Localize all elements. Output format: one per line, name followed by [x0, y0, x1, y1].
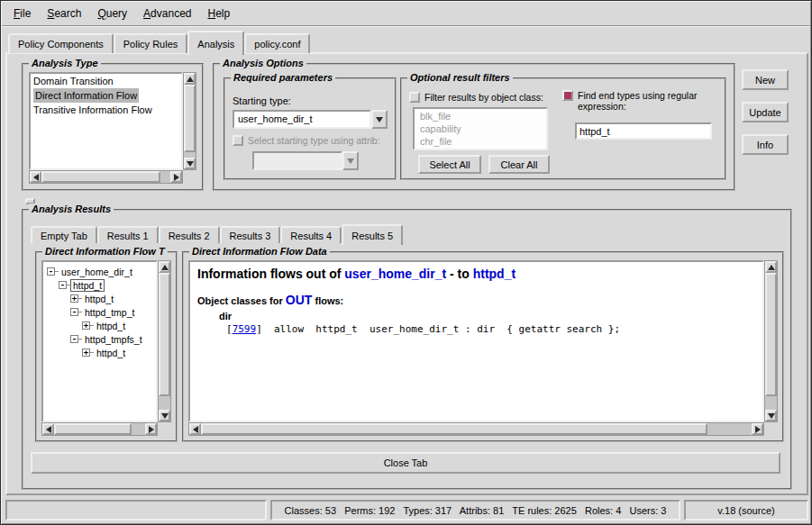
regex-checkbox[interactable] — [562, 90, 573, 101]
select-all-button[interactable]: Select All — [418, 155, 481, 174]
results-tab-bar: Empty Tab Results 1 Results 2 Results 3 … — [31, 222, 403, 243]
subhead-prefix: Object classes for — [197, 295, 283, 306]
class-filter-checkbox[interactable] — [409, 92, 420, 103]
analysis-type-list-view[interactable]: Domain Transition Direct Information Flo… — [29, 72, 183, 170]
flow-data-area[interactable]: Information flows out of user_home_dir_t… — [188, 260, 764, 422]
results-tab-2[interactable]: Results 2 — [159, 226, 220, 243]
combobox-dropdown-button[interactable] — [342, 151, 359, 170]
tree-node-label[interactable]: user_home_dir_t — [59, 267, 134, 277]
regex-input[interactable] — [575, 122, 712, 140]
horizontal-scrollbar[interactable] — [41, 422, 158, 436]
expand-icon[interactable]: + — [82, 348, 90, 357]
results-tab-3[interactable]: Results 3 — [220, 226, 281, 243]
collapse-icon[interactable]: - — [70, 335, 78, 343]
results-tab-empty[interactable]: Empty Tab — [31, 226, 97, 243]
vertical-scrollbar[interactable] — [183, 72, 196, 170]
info-button[interactable]: Info — [742, 134, 789, 155]
vertical-scrollbar[interactable] — [764, 260, 778, 422]
tree-node-label[interactable]: httpd_t — [71, 280, 104, 291]
flow-tree[interactable]: -user_home_dir_t -httpd_t +httpd_t -http… — [41, 260, 158, 422]
menu-item-search[interactable]: Search — [39, 4, 89, 23]
attrib-checkbox[interactable] — [233, 135, 243, 146]
scroll-up-button[interactable] — [159, 261, 170, 273]
menu-item-help[interactable]: Help — [199, 4, 238, 23]
attrib-combobox[interactable] — [252, 151, 359, 170]
scrollbar-thumb[interactable] — [159, 273, 170, 396]
chevron-down-icon — [376, 117, 383, 122]
expand-icon[interactable]: + — [82, 321, 90, 330]
tree-connector — [90, 325, 94, 326]
menu-item-file[interactable]: File — [5, 4, 39, 23]
tree-node-label[interactable]: httpd_tmpfs_t — [83, 334, 144, 345]
scroll-down-button[interactable] — [184, 158, 196, 169]
headline-mid: - to — [450, 267, 470, 281]
rule-link[interactable]: 7599 — [233, 323, 257, 335]
collapse-icon[interactable]: - — [70, 308, 78, 316]
scroll-right-button[interactable] — [145, 423, 157, 435]
flow-data-group-label: Direct Information Flow Data — [189, 246, 330, 257]
regex-checkbox-label: Find end types using regular expression: — [578, 90, 723, 112]
scrollbar-trough[interactable] — [184, 85, 196, 158]
results-tab-4[interactable]: Results 4 — [280, 226, 342, 243]
menu-item-query[interactable]: Query — [89, 4, 135, 23]
tree-node-label[interactable]: httpd_t — [95, 348, 127, 358]
update-button[interactable]: Update — [742, 102, 789, 122]
scroll-left-button[interactable] — [42, 423, 54, 435]
tree-connector — [78, 339, 82, 339]
list-item[interactable]: Transitive Information Flow — [31, 103, 181, 117]
scroll-right-button[interactable] — [752, 423, 763, 435]
tab-analysis[interactable]: Analysis — [187, 31, 244, 55]
list-item[interactable]: Domain Transition — [31, 74, 181, 88]
tab-policy-components[interactable]: Policy Components — [8, 33, 114, 53]
clear-all-button[interactable]: Clear All — [488, 155, 550, 174]
scroll-up-button[interactable] — [765, 261, 777, 273]
horizontal-scrollbar[interactable] — [29, 170, 183, 184]
scrollbar-thumb[interactable] — [765, 273, 777, 396]
tree-node[interactable]: -httpd_t — [45, 278, 154, 292]
vertical-scrollbar[interactable] — [158, 260, 171, 422]
scrollbar-thumb[interactable] — [54, 423, 132, 435]
list-item-selected[interactable]: Direct Information Flow — [31, 88, 181, 103]
tree-node[interactable]: +httpd_t — [45, 292, 154, 305]
close-tab-button[interactable]: Close Tab — [31, 452, 780, 474]
scrollbar-thumb[interactable] — [201, 423, 707, 435]
scrollbar-trough[interactable] — [41, 171, 170, 183]
new-button[interactable]: New — [742, 69, 789, 90]
scroll-left-button[interactable] — [30, 171, 41, 183]
tree-node[interactable]: +httpd_t — [45, 319, 154, 332]
tree-node-label[interactable]: httpd_tmp_t — [83, 307, 136, 318]
scroll-right-button[interactable] — [170, 171, 182, 183]
scrollbar-thumb[interactable] — [41, 171, 160, 183]
tree-node[interactable]: -user_home_dir_t — [45, 265, 154, 278]
scroll-down-button[interactable] — [159, 410, 170, 421]
scrollbar-trough[interactable] — [765, 273, 777, 410]
selected-item-text: Direct Information Flow — [33, 88, 139, 103]
collapse-icon[interactable]: - — [47, 267, 55, 276]
scroll-left-button[interactable] — [189, 423, 201, 435]
horizontal-scrollbar[interactable] — [188, 422, 764, 436]
results-tab-5[interactable]: Results 5 — [342, 224, 403, 245]
tree-node-label[interactable]: httpd_t — [95, 321, 127, 331]
status-bar: Classes: 53 Perms: 192 Types: 317 Attrib… — [5, 500, 808, 520]
tree-node[interactable]: -httpd_tmp_t — [45, 305, 154, 319]
tree-node-label[interactable]: httpd_t — [83, 294, 115, 304]
scroll-down-button[interactable] — [765, 410, 777, 421]
starting-type-combobox[interactable]: user_home_dir_t — [233, 110, 388, 129]
tree-connector — [67, 285, 70, 285]
results-tab-1[interactable]: Results 1 — [97, 226, 159, 243]
class-filter-listbox[interactable]: blk_file capability chr_file — [413, 107, 548, 150]
expand-icon[interactable]: + — [70, 294, 78, 303]
collapse-icon[interactable]: - — [59, 281, 67, 289]
scrollbar-trough[interactable] — [201, 423, 752, 435]
scroll-up-button[interactable] — [184, 73, 196, 85]
menu-item-advanced[interactable]: Advanced — [135, 4, 199, 23]
analysis-results-label: Analysis Results — [29, 204, 114, 214]
scrollbar-trough[interactable] — [159, 273, 170, 410]
tab-policy-conf[interactable]: policy.conf — [244, 33, 310, 53]
tree-node[interactable]: +httpd_t — [45, 346, 154, 359]
tab-policy-rules[interactable]: Policy Rules — [114, 33, 188, 53]
scrollbar-trough[interactable] — [54, 423, 145, 435]
tree-node[interactable]: -httpd_tmpfs_t — [45, 332, 154, 346]
combobox-dropdown-button[interactable] — [371, 110, 388, 129]
scrollbar-thumb[interactable] — [184, 85, 196, 152]
